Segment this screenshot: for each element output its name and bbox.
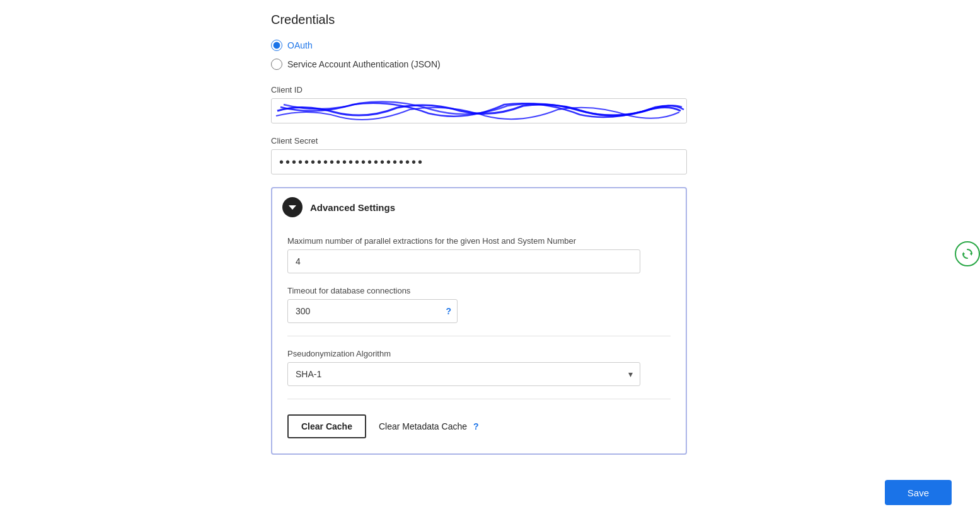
- parallel-extractions-field-group: Maximum number of parallel extractions f…: [287, 236, 671, 273]
- service-account-radio-input[interactable]: [271, 59, 282, 70]
- pseudo-label: Pseudonymization Algorithm: [287, 349, 671, 358]
- client-secret-input[interactable]: [271, 149, 687, 174]
- clear-metadata-cache-text: Clear Metadata Cache ?: [379, 421, 479, 431]
- client-id-label: Client ID: [271, 85, 693, 94]
- client-secret-label: Client Secret: [271, 136, 693, 145]
- client-id-field-group: Client ID: [271, 85, 693, 123]
- oauth-radio-label: OAuth: [287, 40, 313, 50]
- advanced-settings-body: Maximum number of parallel extractions f…: [272, 226, 686, 453]
- credentials-radio-group: OAuth Service Account Authentication (JS…: [271, 40, 693, 70]
- parallel-extractions-label: Maximum number of parallel extractions f…: [287, 236, 671, 246]
- divider-2: [287, 399, 671, 399]
- advanced-settings-toggle[interactable]: [282, 197, 303, 217]
- page-container: Credentials OAuth Service Account Authen…: [0, 0, 980, 507]
- advanced-settings-header[interactable]: Advanced Settings: [272, 188, 686, 226]
- clear-metadata-help-icon[interactable]: ?: [473, 421, 479, 431]
- cache-buttons-row: Clear Cache Clear Metadata Cache ?: [287, 412, 671, 438]
- pseudo-select-wrapper: SHA-1 SHA-256 MD5 ▾: [287, 362, 640, 386]
- parallel-extractions-input[interactable]: [287, 249, 640, 273]
- oauth-radio-input[interactable]: [271, 40, 282, 51]
- service-account-radio-option[interactable]: Service Account Authentication (JSON): [271, 59, 693, 70]
- client-id-input[interactable]: [271, 98, 687, 123]
- svg-marker-0: [970, 252, 972, 256]
- pseudo-select[interactable]: SHA-1 SHA-256 MD5: [287, 362, 640, 386]
- client-id-wrapper: [271, 98, 687, 123]
- clear-cache-button[interactable]: Clear Cache: [287, 414, 366, 438]
- oauth-radio-option[interactable]: OAuth: [271, 40, 693, 51]
- content-area: Credentials OAuth Service Account Authen…: [0, 0, 693, 455]
- timeout-label: Timeout for database connections: [287, 286, 671, 295]
- timeout-field-group: Timeout for database connections ?: [287, 286, 671, 323]
- timeout-input[interactable]: [287, 299, 458, 323]
- chevron-down-icon: [289, 205, 296, 210]
- timeout-input-wrapper: ?: [287, 299, 458, 323]
- svg-marker-1: [963, 252, 965, 256]
- pseudo-field-group: Pseudonymization Algorithm SHA-1 SHA-256…: [287, 349, 671, 386]
- floating-action-icon[interactable]: [955, 241, 980, 266]
- client-secret-field-group: Client Secret: [271, 136, 693, 174]
- timeout-help-icon[interactable]: ?: [446, 306, 451, 316]
- refresh-icon: [961, 248, 974, 260]
- page-title: Credentials: [271, 13, 693, 27]
- advanced-settings-box: Advanced Settings Maximum number of para…: [271, 187, 687, 455]
- service-account-radio-label: Service Account Authentication (JSON): [287, 59, 441, 69]
- advanced-settings-label: Advanced Settings: [310, 202, 395, 213]
- save-button[interactable]: Save: [885, 480, 952, 505]
- clear-metadata-label: Clear Metadata Cache: [379, 421, 467, 431]
- divider-1: [287, 336, 671, 336]
